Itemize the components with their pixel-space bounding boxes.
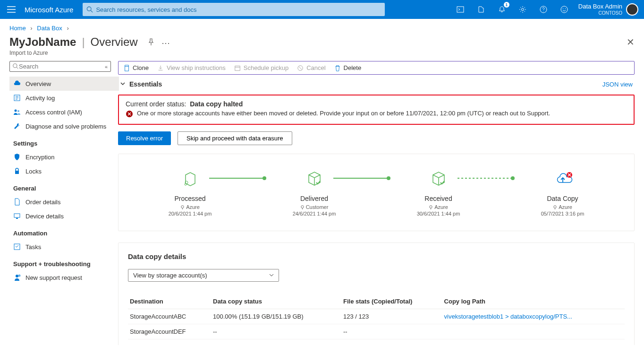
sidebar-group-support: Support + troubleshooting <box>9 254 118 270</box>
svg-point-30 <box>181 205 184 208</box>
svg-line-9 <box>17 67 18 69</box>
svg-rect-22 <box>125 66 129 71</box>
datacopy-icon <box>516 168 610 189</box>
view-ship-button: View ship instructions <box>157 64 226 71</box>
details-heading: Data copy details <box>128 252 625 260</box>
close-icon[interactable]: ✕ <box>627 36 635 48</box>
svg-point-32 <box>301 205 303 208</box>
topbar: Microsoft Azure 1 Data Box Admin CONTOSO <box>0 0 644 19</box>
main-content: Clone View ship instructions Schedule pi… <box>118 61 644 345</box>
svg-point-5 <box>561 6 568 13</box>
cancel-icon <box>297 65 304 71</box>
chevron-down-icon[interactable] <box>120 81 126 88</box>
sidebar-item-encryption[interactable]: Encryption <box>9 150 119 164</box>
sidebar-search-input[interactable] <box>19 63 103 70</box>
user-org: CONTOSO <box>578 10 622 16</box>
global-search-input[interactable] <box>96 6 381 13</box>
svg-point-15 <box>17 110 19 112</box>
menu-icon[interactable] <box>0 6 23 13</box>
clone-button[interactable]: Clone <box>123 64 149 71</box>
device-icon <box>13 212 21 220</box>
brand-label: Microsoft Azure <box>23 6 79 14</box>
user-name: Data Box Admin <box>578 3 622 10</box>
delete-button[interactable]: Delete <box>334 64 362 71</box>
svg-point-14 <box>15 110 17 112</box>
page-title: Overview <box>91 35 138 49</box>
table-row: StorageAccountABC 100.00% (151.19 GB/151… <box>128 309 625 324</box>
copy-log-link[interactable]: vivekstoragetestblob1 > databoxcopylog/P… <box>442 309 625 324</box>
calendar-icon <box>234 65 241 71</box>
sidebar-item-locks[interactable]: Locks <box>9 164 119 178</box>
avatar <box>626 3 638 16</box>
stage-delivered: Delivered Customer 24/6/2021 1:44 pm <box>267 168 362 216</box>
pin-icon[interactable] <box>147 38 155 47</box>
sidebar-search[interactable]: « <box>9 61 111 72</box>
chevron-right-icon: › <box>30 25 32 32</box>
stage-received: Received Azure 30/6/2021 1:44 pm <box>391 168 486 216</box>
processed-icon <box>143 168 237 189</box>
sidebar-group-settings: Settings <box>9 133 118 150</box>
svg-point-21 <box>18 275 21 277</box>
stage-processed: Processed Azure 20/6/2021 1:44 pm <box>143 168 237 216</box>
chevron-right-icon: › <box>67 25 68 32</box>
directories-icon[interactable] <box>476 5 486 14</box>
svg-rect-16 <box>15 171 19 174</box>
title-row: MyJobName | Overview ⋯ ✕ <box>0 34 644 50</box>
stage-datacopy: Data Copy Azure 05/7/2021 3:16 pm <box>516 168 610 216</box>
more-icon[interactable]: ⋯ <box>161 38 170 48</box>
support-icon <box>13 274 21 281</box>
sidebar-item-tasks[interactable]: Tasks <box>9 240 119 254</box>
command-bar: Clone View ship instructions Schedule pi… <box>118 61 635 75</box>
global-search[interactable] <box>83 3 385 16</box>
skip-proceed-button[interactable]: Skip and proceed with data erasure <box>178 131 292 145</box>
svg-rect-18 <box>16 218 18 219</box>
delete-icon <box>334 65 341 71</box>
sidebar-group-automation: Automation <box>9 223 118 240</box>
log-icon <box>13 94 21 102</box>
cloud-icon <box>13 80 21 87</box>
sidebar-item-diagnose[interactable]: Diagnose and solve problems <box>9 119 119 133</box>
wrench-icon <box>13 122 21 130</box>
breadcrumb-databox[interactable]: Data Box <box>37 25 62 32</box>
notifications-icon[interactable]: 1 <box>497 5 507 14</box>
essentials-header: Essentials JSON view <box>118 78 635 91</box>
svg-rect-23 <box>235 66 240 70</box>
tasks-icon <box>13 243 21 251</box>
sidebar-item-access-control[interactable]: Access control (IAM) <box>9 105 119 119</box>
schedule-pickup-button: Schedule pickup <box>234 64 288 71</box>
chevron-down-icon <box>269 272 274 279</box>
status-alert: Current order status: Data copy halted O… <box>118 95 635 125</box>
breadcrumb-home[interactable]: Home <box>9 25 26 32</box>
sidebar-item-order-details[interactable]: Order details <box>9 195 119 209</box>
table-row: StorageAccountDEF -- -- <box>128 324 625 339</box>
sidebar-item-activity-log[interactable]: Activity log <box>9 91 119 105</box>
svg-point-0 <box>87 7 92 11</box>
resolve-error-button[interactable]: Resolve error <box>118 131 171 145</box>
user-menu[interactable]: Data Box Admin CONTOSO <box>573 3 644 16</box>
svg-point-3 <box>521 9 524 11</box>
cloudshell-icon[interactable] <box>456 5 465 14</box>
sidebar-group-general: General <box>9 178 118 195</box>
resource-subtitle: Import to Azure <box>0 50 644 61</box>
doc-icon <box>13 198 21 206</box>
cancel-button: Cancel <box>297 64 325 71</box>
people-icon <box>13 108 21 116</box>
details-card: Data copy details View by storage accoun… <box>118 242 635 345</box>
help-icon[interactable] <box>539 5 548 14</box>
sidebar-item-device-details[interactable]: Device details <box>9 209 119 223</box>
collapse-icon[interactable]: « <box>105 64 108 69</box>
sidebar: « Overview Activity log Access control (… <box>0 61 118 345</box>
sidebar-item-overview[interactable]: Overview <box>9 77 119 91</box>
status-prefix: Current order status: <box>126 100 186 108</box>
feedback-icon[interactable] <box>559 5 569 14</box>
status-message: One or more storage accounts have either… <box>137 110 550 119</box>
view-by-dropdown[interactable]: View by storage account(s) <box>128 269 279 282</box>
sidebar-item-new-support[interactable]: New support request <box>9 270 119 285</box>
pipeline-card: Processed Azure 20/6/2021 1:44 pm Delive… <box>118 154 635 231</box>
settings-icon[interactable] <box>518 5 527 14</box>
breadcrumb: Home › Data Box › <box>0 19 644 34</box>
svg-line-1 <box>91 10 93 12</box>
json-view-link[interactable]: JSON view <box>602 81 633 88</box>
download-icon <box>157 65 164 71</box>
lock-icon <box>13 167 21 175</box>
